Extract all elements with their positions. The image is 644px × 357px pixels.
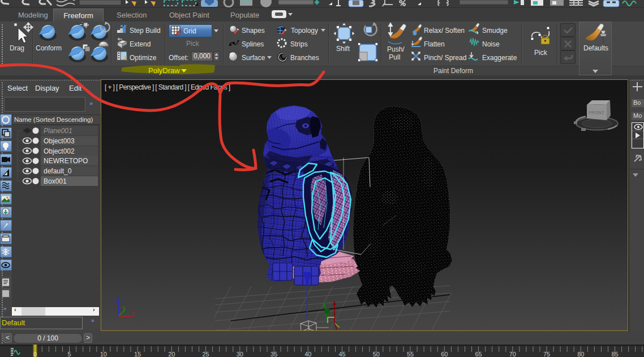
svg-text:50: 50	[373, 351, 380, 357]
svg-text:80: 80	[577, 351, 584, 357]
svg-text:y: y	[123, 304, 126, 310]
svg-text:15: 15	[134, 351, 141, 357]
svg-text:0: 0	[33, 351, 37, 357]
svg-text:[ + ] [ Perspective ] [ Standa: [ + ] [ Perspective ] [ Standard ] [ Edg…	[105, 83, 230, 91]
svg-text:30: 30	[237, 351, 243, 357]
svg-text:85: 85	[611, 351, 618, 357]
svg-text:10: 10	[100, 351, 107, 357]
svg-text:45: 45	[338, 351, 345, 357]
svg-text:35: 35	[271, 351, 277, 357]
svg-text:75: 75	[543, 351, 550, 357]
svg-text:z: z	[114, 298, 117, 304]
svg-text:x: x	[132, 310, 135, 316]
svg-text:70: 70	[509, 351, 516, 357]
svg-text:40: 40	[304, 351, 311, 357]
svg-text:5: 5	[67, 351, 71, 357]
svg-text:60: 60	[441, 351, 448, 357]
svg-text:FRONT: FRONT	[589, 110, 604, 115]
svg-text:20: 20	[168, 351, 175, 357]
svg-text:55: 55	[407, 351, 414, 357]
svg-text:65: 65	[475, 351, 482, 357]
svg-text:25: 25	[202, 351, 209, 357]
